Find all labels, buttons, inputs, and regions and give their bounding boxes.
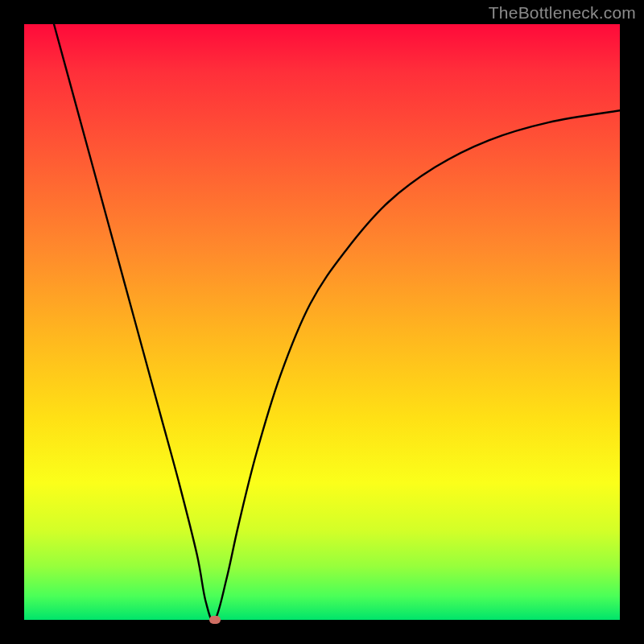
plot-area <box>24 24 620 620</box>
minimum-point-marker <box>209 616 221 624</box>
chart-frame: TheBottleneck.com <box>0 0 644 644</box>
curve-svg <box>24 24 620 620</box>
bottleneck-curve <box>54 24 620 621</box>
watermark-text: TheBottleneck.com <box>489 3 636 23</box>
